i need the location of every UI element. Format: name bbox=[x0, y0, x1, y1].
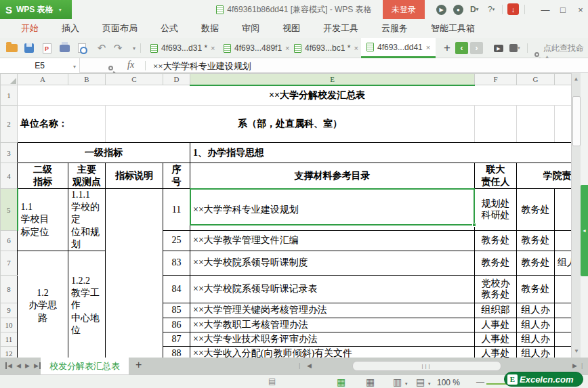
help-icon[interactable]: ?▾ bbox=[488, 0, 495, 19]
cell-level1-label[interactable]: 一级指标 bbox=[18, 143, 190, 163]
cell-g8[interactable]: 教务处 bbox=[517, 275, 555, 303]
cell-f9[interactable]: 组织部 bbox=[475, 303, 517, 318]
cell-f11[interactable]: 人事处 bbox=[475, 332, 517, 346]
new-tab-button[interactable]: + bbox=[440, 41, 454, 55]
cell-e8[interactable]: ××大学校院系领导听课记录表 bbox=[190, 275, 475, 303]
reading-view-icon[interactable]: ▤ bbox=[416, 376, 425, 387]
cell-g9[interactable]: 组人办 bbox=[517, 303, 555, 318]
col-header-b[interactable]: B bbox=[68, 74, 106, 85]
select-all-corner[interactable] bbox=[1, 74, 18, 85]
cell-f7[interactable]: 教务处 bbox=[475, 251, 517, 275]
cell-b4[interactable]: 主要 观测点 bbox=[68, 163, 106, 189]
zoom-out-button[interactable]: — bbox=[476, 377, 484, 387]
col-header-e[interactable]: E bbox=[190, 74, 475, 85]
cell-f8[interactable]: 党校办 教务处 bbox=[475, 275, 517, 303]
next-sheet-icon[interactable]: ▶ bbox=[25, 362, 30, 369]
vertical-scroll-thumb[interactable] bbox=[572, 96, 581, 146]
cell-e11[interactable]: ××大学专业技术职务评审办法 bbox=[190, 332, 475, 346]
menu-view[interactable]: 视图 bbox=[271, 22, 312, 35]
menu-home[interactable]: 开始 bbox=[9, 22, 50, 35]
col-header-d[interactable]: D bbox=[163, 74, 190, 85]
doc-tab-1[interactable]: 4f693...d31 * × bbox=[145, 38, 221, 58]
points-icon[interactable]: ● bbox=[453, 0, 463, 19]
chevron-down-icon[interactable]: ▾ bbox=[73, 64, 76, 70]
cell-h5[interactable] bbox=[555, 189, 572, 231]
doc-tab-4-active[interactable]: 4f693...dd41 × bbox=[361, 38, 436, 58]
scroll-up-icon[interactable]: ▲ bbox=[572, 73, 581, 82]
cell-d4[interactable]: 序 号 bbox=[163, 163, 190, 189]
cell-g4[interactable]: 学院责任人 bbox=[517, 163, 572, 189]
cell-g7[interactable]: 教务处 bbox=[517, 251, 555, 275]
last-sheet-icon[interactable]: ▶ bbox=[34, 362, 41, 369]
normal-view-icon[interactable]: ▦ bbox=[337, 376, 345, 387]
cell-h10[interactable] bbox=[555, 318, 572, 332]
row-header-11[interactable]: 11 bbox=[1, 332, 18, 346]
row-header-6[interactable]: 6 bbox=[1, 231, 18, 251]
cell-d12[interactable]: 88 bbox=[163, 346, 190, 358]
cell-d9[interactable]: 85 bbox=[163, 303, 190, 318]
formula-input[interactable]: ××大学学科专业建设规划 bbox=[153, 60, 251, 72]
cell-e7[interactable]: ××大学校院系领导听课制度 bbox=[190, 251, 475, 275]
cell-d10[interactable]: 86 bbox=[163, 318, 190, 332]
cell-unit-label[interactable]: 单位名称： bbox=[18, 106, 106, 143]
sheet-tab-active[interactable]: 校发分解表汇总表 bbox=[41, 358, 129, 374]
cell-f2[interactable] bbox=[475, 106, 517, 143]
login-button[interactable]: 未登录 bbox=[383, 0, 425, 19]
col-header-h[interactable]: H bbox=[555, 74, 572, 85]
cell-f12[interactable]: 人事处 bbox=[475, 346, 517, 358]
add-sheet-button[interactable]: + bbox=[135, 359, 142, 371]
cell-d7[interactable]: 83 bbox=[163, 251, 190, 275]
cell-d5[interactable]: 11 bbox=[163, 189, 190, 231]
formula-search-icon[interactable] bbox=[108, 61, 113, 73]
minimize-button[interactable]: — bbox=[538, 0, 553, 19]
cell-title[interactable]: ××大学分解校发汇总表 bbox=[18, 85, 572, 106]
cell-g12[interactable]: 组人办 bbox=[517, 346, 555, 358]
presentation-icon[interactable]: ▶ bbox=[492, 41, 505, 55]
menu-developer[interactable]: 开发工具 bbox=[312, 22, 370, 35]
back-button[interactable]: ‹ bbox=[455, 42, 468, 54]
cell-h7[interactable]: 组人办 bbox=[555, 251, 572, 275]
cell-f4[interactable]: 联大 责任人 bbox=[475, 163, 517, 189]
cell-e6[interactable]: ××大学教学管理文件汇编 bbox=[190, 231, 475, 251]
cell-e9[interactable]: ××大学管理关键岗考核管理办法 bbox=[190, 303, 475, 318]
row-header-12[interactable]: 12 bbox=[1, 346, 18, 358]
cell-d11[interactable]: 87 bbox=[163, 332, 190, 346]
cell-unit-value[interactable]: 系（部，处直属科、室） bbox=[106, 106, 475, 143]
cell-f6[interactable]: 教务处 bbox=[475, 231, 517, 251]
col-header-a[interactable]: A bbox=[18, 74, 68, 85]
menu-smart-toolbox[interactable]: 智能工具箱 bbox=[419, 22, 486, 35]
print-icon[interactable] bbox=[58, 41, 71, 55]
print-preview-icon[interactable] bbox=[75, 41, 89, 55]
download-manager-icon[interactable]: ↓ bbox=[507, 3, 519, 15]
cell-section-title[interactable]: 1、办学指导思想 bbox=[190, 143, 572, 163]
cell-g5[interactable]: 教务处 bbox=[517, 189, 555, 231]
cell-h2[interactable] bbox=[555, 106, 572, 143]
menu-page-layout[interactable]: 页面布局 bbox=[91, 22, 149, 35]
skin-icon[interactable]: D▾ bbox=[470, 0, 478, 19]
doc-tab-2[interactable]: 4f693...489f1 × bbox=[218, 38, 295, 58]
cell-g2[interactable] bbox=[517, 106, 555, 143]
cell-h8[interactable] bbox=[555, 275, 572, 303]
zoom-slider[interactable] bbox=[486, 383, 507, 385]
cell-h12[interactable] bbox=[555, 346, 572, 358]
menu-insert[interactable]: 插入 bbox=[50, 22, 91, 35]
chevron-down-icon[interactable]: ▾ bbox=[428, 381, 431, 387]
row-header-9[interactable]: 9 bbox=[1, 303, 18, 318]
cell-h6[interactable] bbox=[555, 231, 572, 251]
first-sheet-icon[interactable]: ◀ bbox=[5, 362, 12, 369]
row-header-7[interactable]: 7 bbox=[1, 251, 18, 275]
toolbar-dropdown-icon[interactable]: ▾ bbox=[127, 41, 141, 55]
cell-h11[interactable] bbox=[555, 332, 572, 346]
cell-b5[interactable]: 1.1.1 学校的定 位和规划 bbox=[68, 189, 106, 251]
scroll-right-icon[interactable]: ▶ bbox=[572, 362, 577, 369]
cell-c4[interactable]: 指标说明 bbox=[106, 163, 163, 189]
cell-g10[interactable]: 组人办 bbox=[517, 318, 555, 332]
cell-d6[interactable]: 25 bbox=[163, 231, 190, 251]
cell-e5-selected[interactable]: ××大学学科专业建设规划 bbox=[190, 189, 475, 231]
menu-formulas[interactable]: 公式 bbox=[149, 22, 190, 35]
name-box[interactable]: E5 bbox=[0, 58, 80, 73]
row-header-10[interactable]: 10 bbox=[1, 318, 18, 332]
row-header-4[interactable]: 4 bbox=[1, 163, 18, 189]
vertical-scrollbar[interactable]: ▲ ▼ bbox=[571, 73, 581, 358]
menu-review[interactable]: 审阅 bbox=[230, 22, 271, 35]
